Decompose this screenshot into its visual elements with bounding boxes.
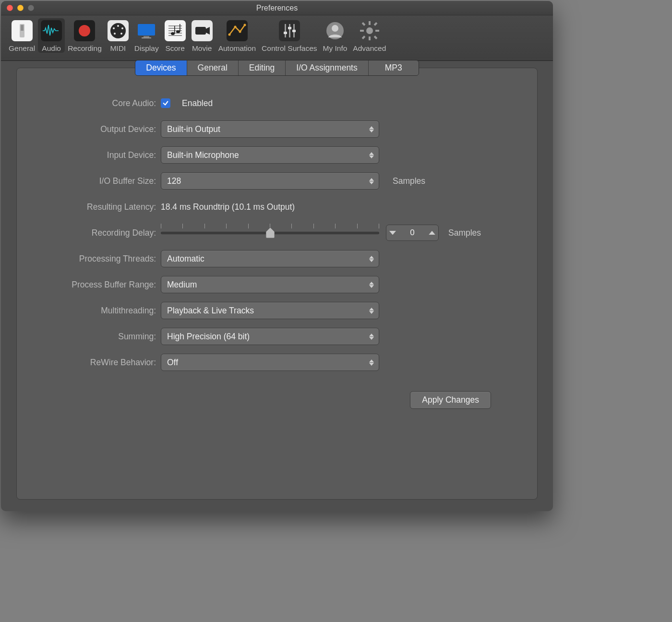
svg-rect-1: [21, 25, 24, 31]
label-rewire: ReWire Behavior:: [36, 358, 161, 368]
score-icon: [165, 20, 186, 41]
svg-marker-59: [369, 359, 374, 362]
svg-point-4: [117, 25, 119, 27]
svg-rect-9: [138, 24, 155, 36]
toolbar-item-general[interactable]: General: [6, 18, 38, 53]
label-core-audio: Core Audio:: [36, 98, 161, 108]
subtab-editing[interactable]: Editing: [239, 60, 286, 75]
svg-point-22: [228, 34, 230, 36]
svg-rect-40: [373, 22, 377, 26]
display-icon: [136, 20, 157, 41]
recording-delay-value: 0: [401, 228, 424, 238]
processing-threads-popup[interactable]: Automatic: [161, 250, 379, 267]
svg-point-6: [121, 27, 123, 29]
svg-marker-51: [369, 256, 374, 259]
toolbar-item-score[interactable]: Score: [162, 18, 189, 53]
io-buffer-popup[interactable]: 128: [161, 172, 379, 190]
svg-rect-11: [142, 37, 151, 38]
toolbar-item-audio[interactable]: Audio: [38, 18, 65, 53]
subtabs: Devices General Editing I/O Assignments …: [17, 60, 537, 76]
popup-arrows-icon: [369, 359, 374, 366]
audio-panel: Devices General Editing I/O Assignments …: [16, 68, 538, 500]
popup-arrows-icon: [369, 152, 374, 158]
samples-label-2: Samples: [448, 228, 481, 238]
control-surfaces-icon: [279, 20, 300, 41]
toolbar-item-my-info[interactable]: My Info: [320, 18, 350, 53]
svg-point-5: [113, 27, 115, 29]
svg-marker-45: [369, 152, 374, 155]
subtab-io-assignments[interactable]: I/O Assignments: [286, 60, 368, 75]
input-device-popup[interactable]: Built-in Microphone: [161, 146, 379, 164]
popup-arrows-icon: [369, 178, 374, 184]
audio-icon: [41, 20, 62, 41]
toolbar-item-advanced[interactable]: Advanced: [350, 18, 389, 53]
label-summing: Summing:: [36, 332, 161, 342]
toolbar-item-display[interactable]: Display: [132, 18, 162, 53]
rewire-popup[interactable]: Off: [161, 354, 379, 371]
svg-point-34: [366, 27, 373, 34]
svg-marker-58: [369, 337, 374, 340]
svg-rect-41: [361, 36, 365, 39]
recording-delay-stepper[interactable]: 0: [386, 225, 439, 241]
core-audio-checkbox[interactable]: [161, 98, 170, 108]
summing-popup[interactable]: High Precision (64 bit): [161, 328, 379, 345]
toolbar-item-recording[interactable]: Recording: [65, 18, 105, 53]
svg-rect-38: [375, 30, 379, 32]
popup-arrows-icon: [369, 126, 374, 132]
stepper-down-icon[interactable]: [389, 229, 396, 236]
svg-rect-20: [180, 24, 180, 32]
process-buffer-range-popup[interactable]: Medium: [161, 276, 379, 293]
svg-marker-48: [369, 181, 374, 184]
window-title: Preferences: [1, 4, 553, 12]
svg-point-24: [239, 31, 241, 33]
toolbar-item-movie[interactable]: Movie: [189, 18, 216, 53]
titlebar: Preferences: [1, 1, 553, 15]
subtab-mp3[interactable]: MP3: [369, 60, 419, 75]
svg-point-33: [332, 25, 338, 32]
svg-rect-26: [285, 24, 286, 37]
svg-rect-39: [361, 22, 365, 26]
svg-marker-60: [369, 363, 374, 366]
svg-marker-56: [369, 311, 374, 314]
toolbar-item-control-surfaces[interactable]: Control Surfaces: [259, 18, 320, 53]
svg-point-25: [243, 24, 246, 26]
toolbar-item-midi[interactable]: MIDI: [105, 18, 132, 53]
recording-delay-slider[interactable]: [161, 226, 379, 240]
popup-arrows-icon: [369, 308, 374, 314]
my-info-icon: [324, 20, 346, 41]
svg-marker-49: [389, 231, 396, 235]
svg-marker-43: [369, 126, 374, 129]
label-processing-threads: Processing Threads:: [36, 254, 161, 264]
popup-arrows-icon: [369, 334, 374, 340]
content-area: Devices General Editing I/O Assignments …: [1, 61, 553, 511]
svg-rect-35: [369, 21, 371, 25]
label-multithreading: Multithreading:: [36, 306, 161, 316]
svg-marker-57: [369, 334, 374, 336]
recording-icon: [74, 20, 95, 41]
output-device-popup[interactable]: Built-in Output: [161, 120, 379, 138]
svg-marker-47: [369, 178, 374, 181]
svg-marker-44: [369, 130, 374, 132]
subtab-devices[interactable]: Devices: [135, 60, 187, 75]
svg-rect-27: [289, 24, 290, 37]
svg-marker-50: [429, 231, 435, 235]
svg-marker-53: [369, 282, 374, 285]
svg-point-23: [234, 26, 236, 28]
svg-rect-29: [284, 32, 287, 34]
label-resulting-latency: Resulting Latency:: [36, 202, 161, 212]
core-audio-enabled-label: Enabled: [182, 98, 213, 108]
svg-marker-54: [369, 285, 374, 288]
stepper-up-icon[interactable]: [429, 229, 435, 236]
movie-icon: [192, 20, 213, 41]
svg-point-7: [114, 33, 116, 35]
svg-point-8: [120, 33, 122, 35]
apply-changes-button[interactable]: Apply Changes: [410, 391, 491, 409]
midi-icon: [108, 20, 129, 41]
svg-point-2: [79, 25, 90, 36]
toolbar-item-automation[interactable]: Automation: [216, 18, 259, 53]
automation-icon: [227, 20, 248, 41]
popup-arrows-icon: [369, 282, 374, 288]
subtab-general[interactable]: General: [187, 60, 239, 75]
multithreading-popup[interactable]: Playback & Live Tracks: [161, 302, 379, 319]
svg-rect-10: [144, 36, 149, 37]
